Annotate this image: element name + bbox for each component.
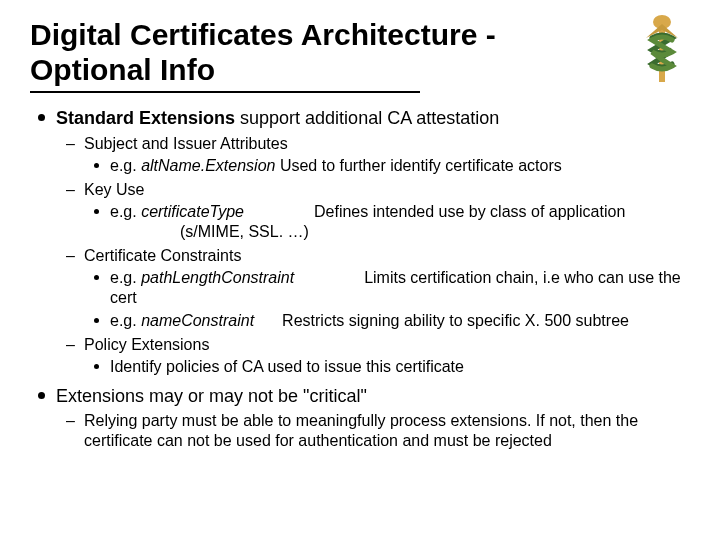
bullet-critical: Extensions may or may not be "critical" …: [56, 385, 690, 452]
sub-cert-constraints: Certificate Constraints e.g. pathLengthC…: [84, 246, 690, 331]
eg-label: e.g.: [110, 157, 141, 174]
detail-pathlength: e.g. pathLengthConstraintLimits certific…: [110, 268, 690, 308]
sub-head: Certificate Constraints: [84, 247, 241, 264]
term: altName.Extension: [141, 157, 275, 174]
sub-key-use: Key Use e.g. certificateTypeDefines inte…: [84, 180, 690, 242]
desc: Relying party must be able to meaningful…: [84, 412, 638, 449]
tail-text: support additional CA attestation: [235, 108, 499, 128]
eg-label: e.g.: [110, 203, 141, 220]
title-underline: [30, 91, 420, 93]
slide: Digital Certificates Architecture - Opti…: [0, 0, 720, 540]
eg-label: e.g.: [110, 269, 141, 286]
slide-title: Digital Certificates Architecture - Opti…: [30, 18, 590, 87]
sub-head: Policy Extensions: [84, 336, 209, 353]
term: nameConstraint: [141, 312, 254, 329]
text: Extensions may or may not be "critical": [56, 386, 367, 406]
sub-policy-extensions: Policy Extensions Identify policies of C…: [84, 335, 690, 377]
desc: Used to further identify certificate act…: [275, 157, 561, 174]
bullet-standard-extensions: Standard Extensions support additional C…: [56, 107, 690, 377]
desc: Identify policies of CA used to issue th…: [110, 358, 464, 375]
bullet-list: Standard Extensions support additional C…: [30, 107, 690, 451]
eg-label: e.g.: [110, 312, 141, 329]
detail-policy: Identify policies of CA used to issue th…: [110, 357, 690, 377]
term: certificateType: [141, 203, 244, 220]
desc: Restricts signing ability to specific X.…: [282, 312, 629, 329]
sub-head: Subject and Issuer Attributes: [84, 135, 288, 152]
desc-a: Defines intended use by class of applica…: [314, 203, 625, 220]
detail-nameconstraint: e.g. nameConstraintRestricts signing abi…: [110, 311, 690, 331]
sub-relying-party: Relying party must be able to meaningful…: [84, 411, 690, 451]
lead-text: Standard Extensions: [56, 108, 235, 128]
detail-certificatetype: e.g. certificateTypeDefines intended use…: [110, 202, 690, 242]
caduceus-logo-icon: [632, 10, 692, 90]
sub-head: Key Use: [84, 181, 144, 198]
sub-subject-issuer: Subject and Issuer Attributes e.g. altNa…: [84, 134, 690, 176]
detail-altname: e.g. altName.Extension Used to further i…: [110, 156, 690, 176]
desc-b: (s/MIME, SSL. …): [180, 223, 309, 240]
term: pathLengthConstraint: [141, 269, 294, 286]
